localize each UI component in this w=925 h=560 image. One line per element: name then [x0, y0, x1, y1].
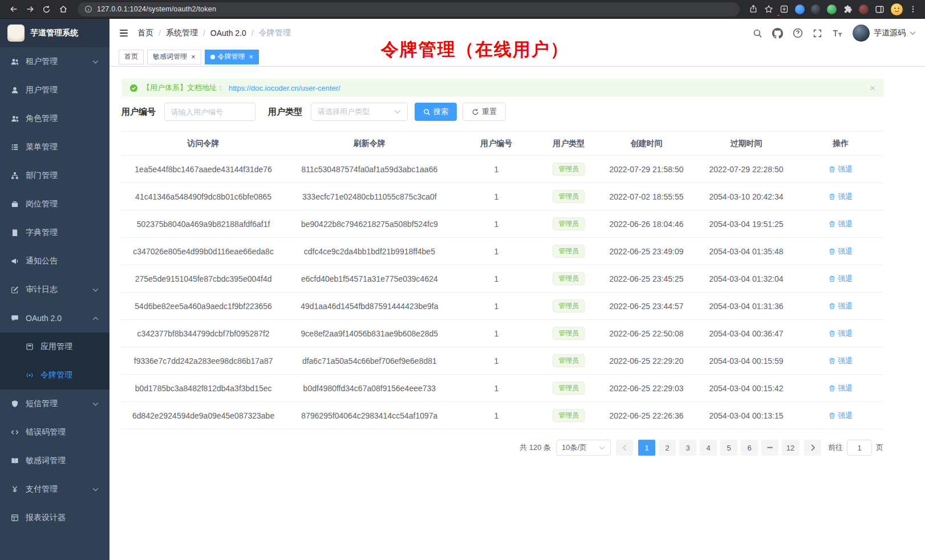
create-time-cell: 2022-06-25 23:45:25 [598, 265, 694, 293]
browser-back-button[interactable] [6, 2, 21, 17]
force-logout-button[interactable]: 强退 [829, 192, 853, 202]
sidebar-item-audit-log[interactable]: 审计日志 [0, 275, 109, 304]
tab-oauth2-token[interactable]: 令牌管理× [205, 50, 259, 64]
access-token-cell: 275e5de9151045fe87cbdc395e004f4d [121, 265, 285, 293]
extension-green-icon[interactable] [827, 5, 837, 14]
sidebar-item-dept[interactable]: 部门管理 [0, 161, 109, 190]
sidebar-item-dict[interactable]: 字典管理 [0, 218, 109, 247]
refresh-token-cell: dfa6c71a50a54c66bef706ef9e6e8d81 [285, 347, 453, 375]
sidebar-item-oauth2[interactable]: OAuth 2.0 [0, 304, 109, 332]
help-icon[interactable] [793, 28, 803, 38]
annotation-title: 令牌管理（在线用户） [381, 38, 569, 62]
edit-log-icon [11, 286, 19, 294]
create-time-cell: 2022-06-25 23:44:57 [598, 293, 694, 320]
sidebar-item-tenant[interactable]: 租户管理 [0, 47, 109, 76]
extension-maroon-icon[interactable] [859, 5, 869, 14]
page-button-1[interactable]: 1 [638, 440, 655, 456]
breadcrumb-item[interactable]: OAuth 2.0 [210, 29, 246, 38]
breadcrumb-item[interactable]: 系统管理 [166, 28, 198, 38]
access-token-cell: 54d6be82ee5a460a9aedc1f9bf223656 [121, 293, 285, 320]
table-row: c342377bf8b344799dcbf7bf095287f29ce8ef2a… [121, 320, 883, 347]
page-button-4[interactable]: 4 [700, 440, 717, 456]
tab-close-icon[interactable]: × [191, 53, 196, 60]
sidebar-item-pay[interactable]: 支付管理 [0, 475, 109, 504]
side-panel-icon[interactable] [875, 5, 885, 14]
app-title: 芋道管理系统 [30, 28, 78, 38]
user-type-select[interactable]: 请选择用户类型 [311, 103, 408, 121]
page-button-12[interactable]: 12 [782, 440, 799, 456]
force-logout-button[interactable]: 强退 [829, 274, 853, 284]
next-page-button[interactable] [804, 440, 821, 456]
browser-forward-button[interactable] [22, 2, 38, 17]
browser-menu-icon[interactable] [909, 5, 917, 13]
fullscreen-icon[interactable] [813, 29, 822, 38]
extension-dark-icon[interactable] [811, 5, 821, 14]
force-logout-button[interactable]: 强退 [829, 356, 853, 366]
page-size-select[interactable]: 10条/页 [556, 440, 611, 456]
font-size-icon[interactable] [832, 29, 843, 38]
sidebar-item-label: 部门管理 [26, 171, 58, 181]
page-button-6[interactable]: 6 [741, 440, 758, 456]
extensions-puzzle-icon[interactable] [843, 5, 853, 14]
page-button-2[interactable]: 2 [659, 440, 676, 456]
refresh-token-cell: 9ce8ef2aa9f14056b831ae9b608e28d5 [285, 320, 453, 347]
shield-icon [11, 400, 19, 408]
reset-button[interactable]: 重置 [462, 103, 506, 121]
sidebar-item-role[interactable]: 角色管理 [0, 104, 109, 133]
goto-page-input[interactable] [847, 440, 872, 456]
bookmark-star-icon[interactable] [764, 5, 773, 14]
app-logo[interactable]: 芋道管理系统 [0, 19, 109, 47]
force-logout-button[interactable]: 强退 [829, 219, 853, 229]
sidebar-item-menu[interactable]: 菜单管理 [0, 133, 109, 161]
sidebar-item-label: 通知公告 [26, 256, 58, 266]
org-tree-icon [11, 172, 19, 180]
force-logout-button[interactable]: 强退 [829, 246, 853, 257]
extension-badged-icon[interactable] [780, 5, 789, 14]
sidebar-item-error-code[interactable]: 错误码管理 [0, 418, 109, 447]
tab-close-icon[interactable]: × [249, 53, 254, 60]
browser-profile-avatar[interactable] [891, 3, 903, 15]
github-icon[interactable] [772, 28, 783, 39]
alert-doc-link[interactable]: https://doc.iocoder.cn/user-center/ [229, 84, 340, 92]
sidebar-item-post[interactable]: 岗位管理 [0, 190, 109, 218]
sidebar-item-notice[interactable]: 通知公告 [0, 247, 109, 275]
refresh-token-cell: cdfc4ce9c2da4bb1bdf21b9918ff4be5 [285, 238, 453, 265]
user-type-cell: 管理员 [539, 375, 598, 402]
sidebar-item-oauth2-token[interactable]: 令牌管理 [0, 361, 109, 389]
alert-close-icon[interactable]: × [870, 83, 875, 93]
prev-page-button[interactable] [616, 440, 633, 456]
report-grid-icon [11, 514, 19, 522]
sidebar-item-sensitive-word[interactable]: 敏感词管理 [0, 447, 109, 475]
sidebar-item-user[interactable]: 用户管理 [0, 76, 109, 104]
sidebar-item-report-designer[interactable]: 报表设计器 [0, 504, 109, 532]
sidebar-item-sms[interactable]: 短信管理 [0, 389, 109, 418]
page-button-5[interactable]: 5 [720, 440, 737, 456]
collapse-sidebar-icon[interactable] [119, 28, 129, 38]
user-menu[interactable]: 芋道源码 [853, 25, 916, 42]
address-bar[interactable]: 127.0.0.1:1024/system/oauth2/token [78, 2, 740, 17]
sidebar-item-oauth2-app[interactable]: 应用管理 [0, 332, 109, 361]
force-logout-button[interactable]: 强退 [829, 328, 853, 339]
share-icon[interactable] [749, 5, 758, 14]
search-icon[interactable] [753, 29, 762, 38]
sidebar-submenu-oauth2: 应用管理令牌管理 [0, 332, 109, 389]
user-id-cell: 1 [453, 238, 539, 265]
pager: 123456•••12 [638, 440, 799, 456]
user-id-input[interactable] [164, 103, 255, 121]
force-logout-button[interactable]: 强退 [829, 301, 853, 311]
tab-home[interactable]: 首页 [119, 50, 144, 64]
delete-icon [829, 330, 835, 337]
force-logout-label: 强退 [838, 383, 853, 393]
column-header: 过期时间 [695, 132, 798, 156]
tab-sensitive-word[interactable]: 敏感词管理× [147, 50, 201, 64]
search-button[interactable]: 搜索 [415, 103, 457, 121]
browser-home-button[interactable] [55, 2, 71, 17]
breadcrumb-item[interactable]: 首页 [137, 28, 153, 38]
force-logout-button[interactable]: 强退 [829, 411, 853, 421]
page-button-3[interactable]: 3 [679, 440, 696, 456]
browser-reload-button[interactable] [39, 2, 54, 17]
force-logout-button[interactable]: 强退 [829, 383, 853, 393]
pager-more-button[interactable]: ••• [761, 440, 778, 456]
force-logout-button[interactable]: 强退 [829, 164, 853, 175]
extension-blue-icon[interactable] [795, 5, 805, 14]
